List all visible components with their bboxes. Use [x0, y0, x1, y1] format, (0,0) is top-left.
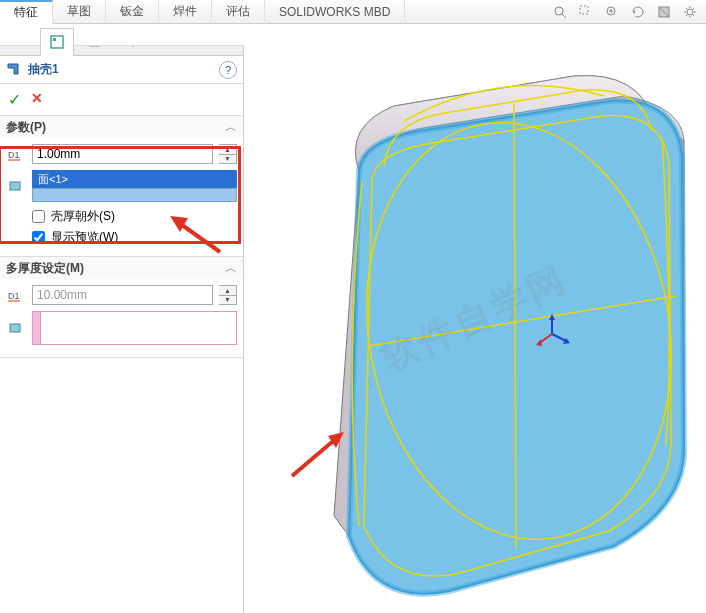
svg-rect-20 [580, 6, 588, 14]
panel-tab-property[interactable] [40, 28, 74, 56]
svg-point-27 [687, 9, 693, 15]
shell-icon [6, 62, 22, 78]
graphics-viewport[interactable]: 软件自学网 [244, 24, 706, 613]
dim-d1-icon: D1 [6, 285, 26, 305]
faces-row: 面<1> [6, 170, 237, 202]
show-preview-input[interactable] [32, 231, 45, 244]
origin-triad-icon [532, 314, 572, 354]
property-manager-panel: 抽壳1 ? ✓ ✕ 参数(P) ︿ D1 ▲▼ 面< [0, 24, 244, 613]
feature-name: 抽壳1 [28, 61, 219, 78]
face-select-icon [6, 318, 26, 338]
svg-rect-5 [53, 38, 56, 41]
svg-point-18 [555, 7, 563, 15]
settings-icon[interactable] [682, 4, 698, 20]
spinner-down-icon[interactable]: ▼ [219, 296, 236, 305]
tab-sheetmetal[interactable]: 钣金 [106, 0, 159, 24]
cancel-button[interactable]: ✕ [31, 90, 43, 109]
thickness-row: D1 ▲▼ [6, 144, 237, 164]
tab-sketch[interactable]: 草图 [53, 0, 106, 24]
multi-thickness-input[interactable] [32, 285, 213, 305]
svg-rect-17 [10, 324, 20, 332]
section-multi-thickness: 多厚度设定(M) ︿ D1 ▲▼ [0, 257, 243, 358]
shell-outward-label: 壳厚朝外(S) [51, 208, 115, 225]
svg-marker-30 [549, 314, 555, 320]
ok-button[interactable]: ✓ [8, 90, 21, 109]
show-preview-checkbox[interactable]: 显示预览(W) [32, 229, 237, 246]
svg-text:D1: D1 [8, 150, 20, 160]
confirm-row: ✓ ✕ [0, 84, 243, 116]
rotate-icon[interactable] [630, 4, 646, 20]
feature-header: 抽壳1 ? [0, 56, 243, 84]
show-preview-label: 显示预览(W) [51, 229, 118, 246]
tab-weldment[interactable]: 焊件 [159, 0, 212, 24]
face-select-icon [6, 176, 26, 196]
multi-thickness-spinner[interactable]: ▲▼ [219, 285, 237, 305]
section-parameters-title: 参数(P) [6, 119, 46, 136]
section-parameters: 参数(P) ︿ D1 ▲▼ 面<1> 壳厚朝外 [0, 116, 243, 257]
multi-faces-list[interactable] [32, 311, 237, 345]
chevron-up-icon: ︿ [225, 260, 237, 277]
svg-text:D1: D1 [8, 291, 20, 301]
view-toolbar [552, 4, 706, 20]
dim-d1-icon: D1 [6, 144, 26, 164]
face-list-empty-row[interactable] [32, 188, 237, 202]
section-view-icon[interactable] [656, 4, 672, 20]
section-multi-title: 多厚度设定(M) [6, 260, 84, 277]
section-multi-header[interactable]: 多厚度设定(M) ︿ [0, 257, 243, 279]
svg-marker-34 [536, 339, 542, 346]
zoom-fit-icon[interactable] [552, 4, 568, 20]
help-icon[interactable]: ? [219, 61, 237, 79]
tab-feature[interactable]: 特征 [0, 0, 53, 24]
face-item[interactable]: 面<1> [32, 170, 237, 188]
thickness-spinner[interactable]: ▲▼ [219, 144, 237, 164]
svg-line-19 [562, 14, 566, 18]
svg-rect-15 [10, 182, 20, 190]
multi-faces-row [6, 311, 237, 345]
multi-thickness-row: D1 ▲▼ [6, 285, 237, 305]
zoom-in-icon[interactable] [604, 4, 620, 20]
shell-outward-input[interactable] [32, 210, 45, 223]
spinner-up-icon[interactable]: ▲ [219, 145, 236, 155]
shell-outward-checkbox[interactable]: 壳厚朝外(S) [32, 208, 237, 225]
zoom-area-icon[interactable] [578, 4, 594, 20]
thickness-input[interactable] [32, 144, 213, 164]
spinner-up-icon[interactable]: ▲ [219, 286, 236, 296]
spinner-down-icon[interactable]: ▼ [219, 155, 236, 164]
svg-rect-4 [51, 36, 63, 48]
section-parameters-header[interactable]: 参数(P) ︿ [0, 116, 243, 138]
faces-to-remove-list[interactable]: 面<1> [32, 170, 237, 202]
model-view[interactable] [244, 46, 704, 606]
chevron-up-icon: ︿ [225, 119, 237, 136]
